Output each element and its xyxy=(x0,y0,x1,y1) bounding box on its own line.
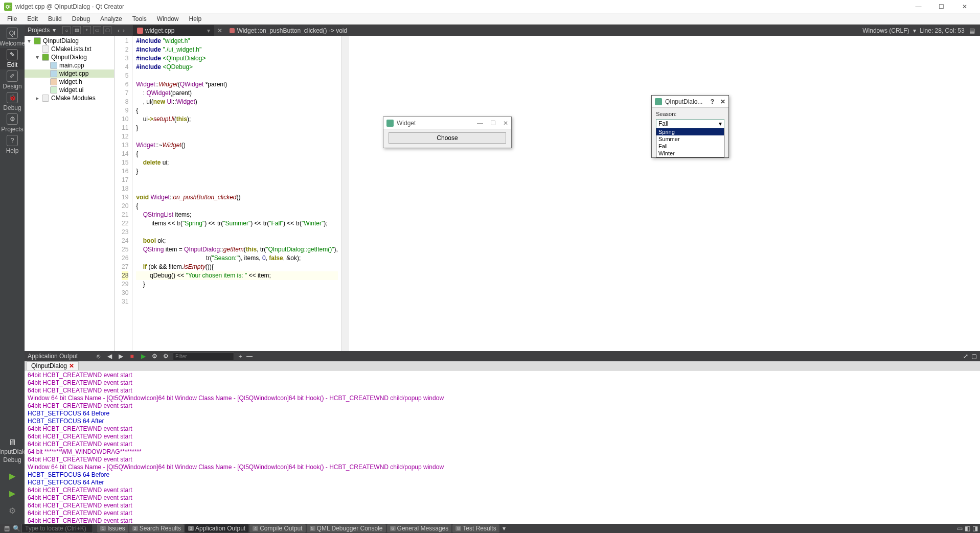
application-output-text[interactable]: 64bit HCBT_CREATEWND event start64bit HC… xyxy=(25,370,980,524)
mode-welcome[interactable]: QtWelcome xyxy=(0,27,25,48)
output-toolbar-icon-1[interactable]: ◀ xyxy=(105,352,113,360)
line-number[interactable]: 4 xyxy=(122,63,128,72)
output-expand-icon[interactable]: ⤢ xyxy=(963,353,968,360)
code-line[interactable]: { xyxy=(136,150,337,158)
output-toolbar-icon-5[interactable]: ⚙ xyxy=(150,352,158,360)
code-line[interactable]: bool ok; xyxy=(136,237,337,245)
status-more-icon[interactable]: ▾ xyxy=(500,525,508,532)
season-option-summer[interactable]: Summer xyxy=(656,135,724,143)
status-tab-test-results[interactable]: 8Test Results xyxy=(452,524,499,532)
split-icon[interactable]: ▤ xyxy=(969,27,975,34)
line-number[interactable]: 19 xyxy=(122,193,128,202)
cursor-position[interactable]: Line: 28, Col: 53 xyxy=(920,27,964,34)
projects-header-icon-0[interactable]: ⌕ xyxy=(62,26,71,34)
line-number[interactable]: 23 xyxy=(122,228,128,237)
code-line[interactable] xyxy=(136,72,337,80)
tree-node-main-cpp[interactable]: main.cpp xyxy=(25,61,114,69)
line-number[interactable]: 15 xyxy=(122,158,128,167)
code-line[interactable]: QStringList items; xyxy=(136,211,337,219)
output-add-icon[interactable]: ＋ xyxy=(237,352,243,361)
line-number[interactable]: 1 xyxy=(122,37,128,45)
line-number[interactable]: 27 xyxy=(122,263,128,271)
code-line[interactable]: } xyxy=(136,124,337,132)
code-line[interactable] xyxy=(136,297,337,306)
line-number[interactable]: 14 xyxy=(122,150,128,158)
line-number[interactable]: 7 xyxy=(122,89,128,98)
build-button[interactable]: ⚙ xyxy=(6,504,18,517)
tree-node-cmakelists-txt[interactable]: CMakeLists.txt xyxy=(25,45,114,53)
code-line[interactable]: { xyxy=(136,202,337,211)
dialog-close-button[interactable]: ✕ xyxy=(720,98,725,105)
code-line[interactable] xyxy=(136,184,337,193)
output-remove-icon[interactable]: — xyxy=(246,353,253,360)
line-number[interactable]: 21 xyxy=(122,211,128,219)
line-number[interactable]: 24 xyxy=(122,237,128,245)
line-number[interactable]: 2 xyxy=(122,45,128,54)
code-line[interactable]: qDebug() << "Your chosen item is: " << i… xyxy=(136,271,337,280)
code-line[interactable]: QString item = QInputDialog::getItem(thi… xyxy=(136,245,337,254)
widget-close-button[interactable]: ✕ xyxy=(503,120,508,127)
tree-node-widget-cpp[interactable]: widget.cpp xyxy=(25,69,114,78)
projects-header-icon-4[interactable]: ▢ xyxy=(103,26,111,34)
editor-tab-widget-cpp[interactable]: widget.cpp ▾ xyxy=(133,25,214,36)
code-line[interactable]: void Widget::on_pushButton_clicked() xyxy=(136,193,337,202)
symbol-combo[interactable]: Widget::on_pushButton_clicked() -> void xyxy=(225,25,351,36)
line-number[interactable]: 22 xyxy=(122,219,128,228)
code-line[interactable]: Widget::Widget(QWidget *parent) xyxy=(136,80,337,89)
output-toolbar-icon-2[interactable]: ▶ xyxy=(117,352,125,360)
editor-scrollbar[interactable] xyxy=(341,36,349,351)
tree-twisty-icon[interactable]: ▾ xyxy=(35,54,40,61)
line-number[interactable]: 20 xyxy=(122,202,128,211)
line-number[interactable]: 31 xyxy=(122,297,128,306)
mode-design[interactable]: ✐Design xyxy=(0,69,25,91)
widget-max-button[interactable]: ☐ xyxy=(490,120,496,127)
line-number[interactable]: 9 xyxy=(122,106,128,115)
line-number[interactable]: 30 xyxy=(122,289,128,297)
mode-help[interactable]: ?Help xyxy=(0,134,25,155)
line-number[interactable]: 5 xyxy=(122,72,128,80)
status-tab-general-messages[interactable]: 6General Messages xyxy=(387,524,452,532)
choose-button[interactable]: Choose xyxy=(389,132,506,144)
tree-node-cmake-modules[interactable]: ▸CMake Modules xyxy=(25,94,114,102)
tree-node-widget-h[interactable]: widget.h xyxy=(25,78,114,86)
kit-selector[interactable]: 🖥QInputDialogDebug xyxy=(0,436,25,466)
tree-node-qinputdialog[interactable]: ▾QInputDialog xyxy=(25,53,114,61)
window-maximize-button[interactable]: ☐ xyxy=(930,0,953,13)
output-filter-input[interactable] xyxy=(173,353,234,360)
code-line[interactable]: : QWidget(parent) xyxy=(136,89,337,98)
line-number[interactable]: 16 xyxy=(122,167,128,176)
tree-node-qinputdialog[interactable]: ▾QInputDialog xyxy=(25,37,114,45)
code-line[interactable]: Widget::~Widget() xyxy=(136,141,337,150)
line-number[interactable]: 26 xyxy=(122,254,128,263)
season-dropdown-list[interactable]: SpringSummerFallWinter xyxy=(656,128,724,157)
status-tab-application-output[interactable]: 3Application Output xyxy=(185,524,248,532)
run-button[interactable]: ▶ xyxy=(6,470,18,482)
status-tab-search-results[interactable]: 2Search Results xyxy=(129,524,184,532)
output-toolbar-icon-6[interactable]: ⚙ xyxy=(162,352,170,360)
code-line[interactable]: #include "./ui_widget.h" xyxy=(136,45,337,54)
code-line[interactable]: } xyxy=(136,167,337,176)
code-line[interactable]: #include <QInputDialog> xyxy=(136,54,337,63)
projects-header-icon-2[interactable]: + xyxy=(83,26,91,34)
code-line[interactable]: tr("Season:"), items, 0, false, &ok); xyxy=(136,254,337,263)
status-tab-compile-output[interactable]: 4Compile Output xyxy=(249,524,305,532)
window-minimize-button[interactable]: — xyxy=(907,0,930,13)
line-number[interactable]: 8 xyxy=(122,98,128,106)
status-menu-icon[interactable]: ▤ xyxy=(2,525,12,532)
dialog-help-button[interactable]: ? xyxy=(711,98,714,105)
season-option-fall[interactable]: Fall xyxy=(656,143,724,150)
line-number[interactable]: 29 xyxy=(122,280,128,289)
output-run-tab[interactable]: QInputDialog ✕ xyxy=(27,361,79,370)
menu-build[interactable]: Build xyxy=(43,14,67,24)
code-line[interactable] xyxy=(136,132,337,141)
mode-debug[interactable]: 🐞Debug xyxy=(0,91,25,112)
projects-header-icon-3[interactable]: ▭ xyxy=(93,26,101,34)
line-number[interactable]: 10 xyxy=(122,115,128,124)
output-toolbar-icon-4[interactable]: ▶ xyxy=(139,352,147,360)
code-line[interactable]: { xyxy=(136,106,337,115)
line-number[interactable]: 3 xyxy=(122,54,128,63)
encoding-selector[interactable]: Windows (CRLF) xyxy=(862,27,909,34)
season-option-winter[interactable]: Winter xyxy=(656,150,724,157)
nav-forward-button[interactable]: › xyxy=(122,27,126,34)
code-line[interactable]: , ui(new Ui::Widget) xyxy=(136,98,337,106)
